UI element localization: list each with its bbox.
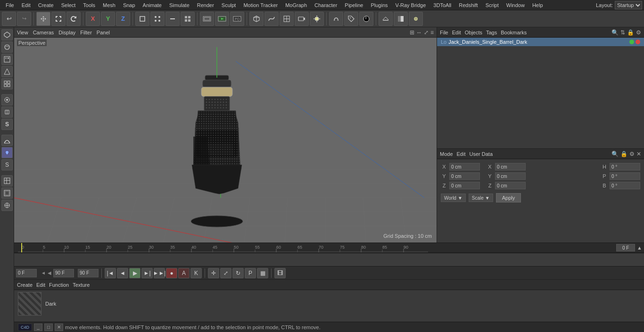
tl-move-button[interactable]: ✛ bbox=[208, 268, 219, 278]
end-frame-input[interactable] bbox=[53, 269, 74, 277]
axis-z-button[interactable]: Z bbox=[116, 12, 130, 26]
redo-button[interactable]: ↪ bbox=[17, 12, 31, 26]
obj-mgr-menu-tags[interactable]: Tags bbox=[486, 30, 497, 35]
attr-y2-val[interactable] bbox=[495, 172, 526, 180]
menu-animate[interactable]: Animate bbox=[139, 1, 165, 9]
sidebar-bp-uv-icon[interactable] bbox=[1, 66, 13, 77]
goto-start-button[interactable]: |◄ bbox=[105, 268, 116, 278]
world-dropdown[interactable]: World ▼ bbox=[441, 194, 466, 202]
menu-plugins[interactable]: Plugins bbox=[367, 1, 391, 9]
sidebar-model-icon[interactable] bbox=[1, 29, 13, 40]
object-entry[interactable]: Lo Jack_Daniels_Single_Barrel_Dark bbox=[437, 38, 644, 46]
menu-mograph[interactable]: MoGraph bbox=[281, 1, 311, 9]
mat-menu-create[interactable]: Create bbox=[17, 282, 33, 288]
viewport-fullscreen-icon[interactable]: ⤢ bbox=[424, 29, 429, 36]
frame-step-back[interactable]: ◀ bbox=[47, 270, 52, 275]
attr-close-icon[interactable]: ✕ bbox=[636, 151, 641, 157]
obj-mgr-menu-bookmarks[interactable]: Bookmarks bbox=[501, 30, 527, 35]
rotate-tool-button[interactable] bbox=[66, 12, 81, 26]
shading-button[interactable] bbox=[394, 12, 408, 26]
viewport-expand-icon[interactable]: ↔ bbox=[416, 29, 422, 36]
spline-button[interactable] bbox=[264, 12, 279, 26]
render-to-po-button[interactable]: PO bbox=[230, 12, 244, 26]
dot-green[interactable] bbox=[629, 40, 634, 44]
current-frame-input[interactable] bbox=[616, 244, 635, 251]
attr-settings-icon[interactable]: ⚙ bbox=[629, 151, 635, 157]
material-thumbnail[interactable] bbox=[18, 292, 41, 316]
tl-p-button[interactable]: P bbox=[245, 268, 256, 278]
attr-search-icon[interactable]: 🔍 bbox=[611, 151, 619, 157]
move-tool-button[interactable] bbox=[36, 12, 50, 26]
obj-mgr-menu-file[interactable]: File bbox=[440, 30, 448, 35]
tl-scale-button[interactable]: ⤢ bbox=[220, 268, 231, 278]
mat-menu-edit[interactable]: Edit bbox=[36, 282, 45, 288]
restore-icon[interactable]: □ bbox=[44, 324, 53, 331]
attr-x2-val[interactable] bbox=[495, 163, 526, 170]
tl-rotate-button[interactable]: ↻ bbox=[232, 268, 244, 278]
menu-script[interactable]: Script bbox=[482, 1, 503, 9]
light-button[interactable] bbox=[310, 12, 324, 26]
dot-red[interactable] bbox=[636, 40, 640, 44]
menu-window[interactable]: Window bbox=[503, 1, 528, 9]
tag-button[interactable] bbox=[344, 12, 358, 26]
sidebar-grid3-icon[interactable] bbox=[1, 187, 13, 199]
material-button[interactable] bbox=[359, 12, 373, 26]
sidebar-grid2-icon[interactable] bbox=[1, 175, 13, 186]
scale-dropdown[interactable]: Scale ▼ bbox=[469, 194, 493, 202]
frame-up-icon[interactable]: ▲ bbox=[637, 245, 642, 251]
sidebar-motion-icon[interactable] bbox=[1, 94, 13, 105]
sidebar-s-icon[interactable]: S bbox=[1, 119, 13, 130]
start-frame-input[interactable] bbox=[16, 269, 37, 277]
sidebar-s2-icon[interactable] bbox=[1, 147, 13, 158]
menu-redshift[interactable]: Redshift bbox=[455, 1, 481, 9]
menu-3dtoall[interactable]: 3DToAll bbox=[429, 1, 455, 9]
camera-button[interactable] bbox=[295, 12, 309, 26]
sidebar-s3-icon[interactable]: S bbox=[1, 159, 13, 170]
menu-create[interactable]: Create bbox=[34, 1, 58, 9]
deformer-button[interactable] bbox=[329, 12, 343, 26]
attr-x-pos[interactable] bbox=[449, 163, 480, 170]
frame-dec-arrow[interactable]: ◄ bbox=[41, 270, 46, 275]
menu-file[interactable]: File bbox=[2, 1, 18, 9]
obj-filter-icon[interactable]: ⇅ bbox=[620, 29, 625, 36]
render-settings-button[interactable] bbox=[409, 12, 423, 26]
viewport-lock-icon[interactable]: ⊞ bbox=[410, 29, 414, 36]
viewport-menu-filter[interactable]: Filter bbox=[80, 30, 91, 35]
obj-search-icon[interactable]: 🔍 bbox=[611, 29, 619, 36]
record-button[interactable]: ● bbox=[166, 268, 177, 278]
menu-render[interactable]: Render bbox=[193, 1, 218, 9]
goto-end-button[interactable]: ►►| bbox=[154, 268, 165, 278]
attr-menu-edit[interactable]: Edit bbox=[457, 151, 466, 157]
sidebar-s4-icon[interactable] bbox=[1, 200, 13, 211]
menu-sculpt[interactable]: Sculpt bbox=[218, 1, 240, 9]
attr-lock-icon[interactable]: 🔒 bbox=[620, 151, 627, 157]
menu-help[interactable]: Help bbox=[528, 1, 547, 9]
obj-settings-icon[interactable]: ⚙ bbox=[636, 29, 641, 36]
render-view-button[interactable] bbox=[215, 12, 229, 26]
mat-menu-texture[interactable]: Texture bbox=[73, 282, 90, 288]
auto-key-button[interactable]: A bbox=[178, 268, 190, 278]
menu-snap[interactable]: Snap bbox=[119, 1, 139, 9]
sidebar-fill-icon[interactable] bbox=[1, 135, 13, 146]
menu-character[interactable]: Character bbox=[311, 1, 341, 9]
menu-motion-tracker[interactable]: Motion Tracker bbox=[239, 1, 281, 9]
viewport-content[interactable]: Perspective bbox=[14, 38, 437, 243]
obj-mgr-menu-objects[interactable]: Objects bbox=[465, 30, 482, 35]
viewport-menu-display[interactable]: Display bbox=[58, 30, 75, 35]
scale-tool-button[interactable] bbox=[51, 12, 66, 26]
mat-menu-function[interactable]: Function bbox=[49, 282, 69, 288]
viewport-options-icon[interactable]: ≡ bbox=[430, 29, 434, 36]
viewport-menu-cameras[interactable]: Cameras bbox=[33, 30, 54, 35]
close-icon[interactable]: ✕ bbox=[55, 324, 63, 331]
cube-button[interactable] bbox=[249, 12, 264, 26]
viewport[interactable]: View Cameras Display Filter Panel ⊞ ↔ ⤢ … bbox=[14, 27, 437, 243]
key-button[interactable]: K bbox=[190, 268, 202, 278]
menu-pipeline[interactable]: Pipeline bbox=[341, 1, 367, 9]
play-button[interactable]: ▶ bbox=[129, 268, 140, 278]
menu-mesh[interactable]: Mesh bbox=[99, 1, 119, 9]
sidebar-3d-icon[interactable] bbox=[1, 78, 13, 89]
menu-simulate[interactable]: Simulate bbox=[165, 1, 193, 9]
attr-menu-userdata[interactable]: User Data bbox=[470, 151, 493, 157]
attr-z-pos[interactable] bbox=[449, 182, 480, 189]
minimize-icon[interactable]: _ bbox=[34, 324, 42, 331]
